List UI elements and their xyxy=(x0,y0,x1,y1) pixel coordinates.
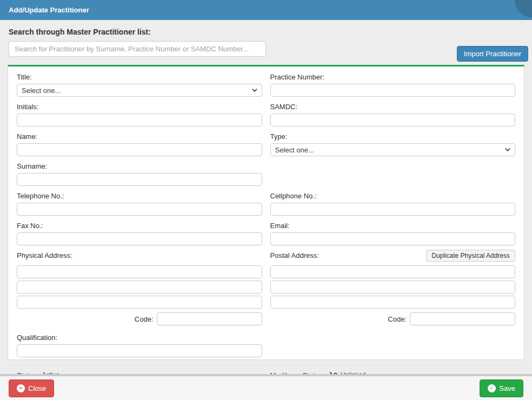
field-surname: Surname: xyxy=(17,162,262,186)
practitioner-form-card: Title: Select one... Practice Number: In… xyxy=(8,65,524,360)
field-postal-address: Postal Address: Duplicate Physical Addre… xyxy=(270,251,516,328)
footer: ✕ Close ✓ Save xyxy=(0,376,532,400)
email-input[interactable] xyxy=(270,232,516,245)
practice-number-label: Practice Number: xyxy=(270,73,516,81)
postal-code-label: Code: xyxy=(388,315,407,323)
form-grid: Title: Select one... Practice Number: In… xyxy=(17,73,515,363)
physical-code-input[interactable] xyxy=(157,312,262,325)
duplicate-physical-address-button[interactable]: Duplicate Physical Address xyxy=(426,250,515,262)
field-empty-spacer xyxy=(270,162,516,186)
field-initials: Initials: xyxy=(17,103,262,126)
save-button-label: Save xyxy=(499,384,515,392)
name-label: Name: xyxy=(17,132,262,141)
initials-label: Initials: xyxy=(17,103,262,111)
field-practice-number: Practice Number: xyxy=(270,73,516,97)
practice-number-input[interactable] xyxy=(270,84,516,97)
physical-address-label: Physical Address: xyxy=(17,251,72,259)
close-button-label: Close xyxy=(28,384,46,392)
postal-address-line2-input[interactable] xyxy=(270,281,516,294)
field-empty-spacer xyxy=(270,334,516,357)
qualification-label: Qualification: xyxy=(17,334,262,342)
fax-input[interactable] xyxy=(17,232,262,245)
surname-label: Surname: xyxy=(17,162,262,170)
physical-code-label: Code: xyxy=(135,315,154,323)
surname-input[interactable] xyxy=(17,173,262,186)
cellphone-label: Cellphone No.: xyxy=(270,192,516,200)
page-title: Add/Update Practitioner xyxy=(9,6,89,14)
telephone-label: Telephone No.: xyxy=(17,192,262,200)
postal-address-line1-input[interactable] xyxy=(270,265,516,278)
search-section-label: Search through Master Practitioner list: xyxy=(9,28,523,36)
physical-address-line1-input[interactable] xyxy=(17,265,262,278)
email-label: Email: xyxy=(270,222,516,230)
qualification-input[interactable] xyxy=(17,344,262,357)
physical-address-line3-input[interactable] xyxy=(17,296,262,309)
close-button[interactable]: ✕ Close xyxy=(9,379,54,397)
physical-address-line2-input[interactable] xyxy=(17,281,262,294)
samdc-input[interactable] xyxy=(270,114,516,126)
search-section: Search through Master Practitioner list:… xyxy=(0,20,532,65)
postal-address-line3-input[interactable] xyxy=(270,296,516,309)
dialog-header: Add/Update Practitioner xyxy=(0,0,532,20)
name-input[interactable] xyxy=(17,143,262,156)
field-name: Name: xyxy=(17,132,262,156)
field-cellphone: Cellphone No.: xyxy=(270,192,516,216)
postal-code-input[interactable] xyxy=(410,312,515,325)
fax-label: Fax No.: xyxy=(17,222,262,230)
header-corner-shape xyxy=(515,0,532,17)
save-button[interactable]: ✓ Save xyxy=(480,379,523,397)
postal-address-label: Postal Address: xyxy=(270,251,319,259)
field-physical-address: Physical Address: Code: xyxy=(17,251,262,328)
field-qualification: Qualification: xyxy=(17,334,262,357)
field-samdc: SAMDC: xyxy=(270,103,516,126)
field-type: Type: Select one... xyxy=(270,132,516,156)
field-telephone: Telephone No.: xyxy=(17,192,262,216)
field-fax: Fax No.: xyxy=(17,222,262,245)
title-label: Title: xyxy=(17,73,262,81)
title-select[interactable]: Select one... xyxy=(17,84,262,97)
save-check-icon: ✓ xyxy=(488,384,496,392)
field-title: Title: Select one... xyxy=(17,73,262,97)
field-email: Email: xyxy=(270,222,516,245)
import-practitioner-button[interactable]: Import Practitioner xyxy=(457,46,528,62)
close-icon: ✕ xyxy=(17,384,25,392)
type-label: Type: xyxy=(270,132,516,141)
telephone-input[interactable] xyxy=(17,203,262,216)
samdc-label: SAMDC: xyxy=(270,103,516,111)
cellphone-input[interactable] xyxy=(270,203,516,216)
type-select[interactable]: Select one... xyxy=(270,143,516,156)
initials-input[interactable] xyxy=(17,114,262,126)
practitioner-search-input[interactable] xyxy=(9,41,266,57)
